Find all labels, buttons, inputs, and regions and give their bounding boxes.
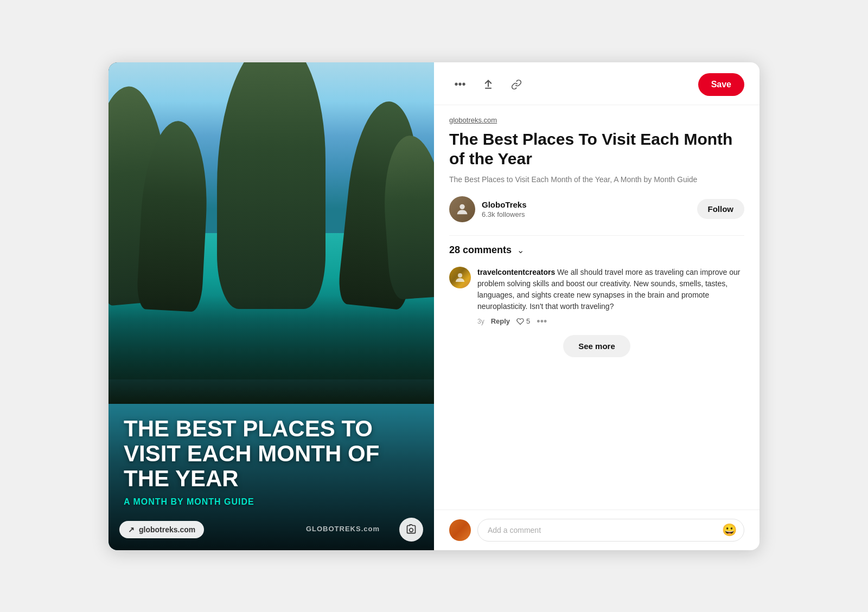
save-button[interactable]: Save	[698, 73, 744, 96]
pin-overlay-title: THE BEST PLACES TO VISIT EACH MONTH OF T…	[124, 416, 419, 492]
header-actions: •••	[449, 74, 527, 95]
comment-content: travelcontentcreators We all should trav…	[477, 267, 744, 326]
author-info: GloboTreks 6.3k followers	[449, 196, 527, 222]
avatar	[449, 196, 475, 222]
comment-more-button[interactable]: •••	[537, 317, 547, 326]
user-icon	[455, 202, 470, 217]
comment-author-name[interactable]: travelcontentcreators	[477, 268, 555, 276]
current-user-avatar	[449, 519, 471, 541]
copy-link-button[interactable]	[506, 74, 527, 95]
image-panel: THE BEST PLACES TO VISIT EACH MONTH OF T…	[108, 62, 434, 550]
more-options-button[interactable]: •••	[449, 74, 471, 95]
camera-icon	[406, 524, 417, 535]
comment-item: travelcontentcreators We all should trav…	[449, 267, 744, 326]
commenter-avatar-image	[449, 267, 471, 288]
svg-point-1	[459, 204, 464, 209]
author-name[interactable]: GloboTreks	[482, 200, 527, 209]
info-header: ••• Save	[434, 62, 760, 105]
comment-time: 3y	[477, 318, 484, 325]
like-button[interactable]: 5	[516, 317, 530, 325]
comment-input-wrap: 😀	[477, 519, 744, 542]
comments-header[interactable]: 28 comments ⌄	[449, 244, 744, 256]
pin-bottom-bar: ↗ globotreks.com GLOBOTREKS.com	[119, 518, 423, 542]
source-link[interactable]: globotreks.com	[449, 116, 744, 124]
visual-search-button[interactable]	[399, 518, 423, 542]
heart-icon	[516, 318, 524, 325]
upload-icon	[483, 79, 494, 90]
add-comment-row: 😀	[434, 510, 760, 550]
source-pill[interactable]: ↗ globotreks.com	[119, 521, 204, 538]
svg-point-0	[410, 528, 413, 532]
pin-modal: THE BEST PLACES TO VISIT EACH MONTH OF T…	[108, 62, 760, 550]
avatar-image	[449, 196, 475, 222]
comment-input[interactable]	[477, 519, 744, 542]
like-count: 5	[526, 317, 530, 325]
link-icon	[511, 79, 522, 90]
rock-bottom	[108, 295, 434, 404]
source-pill-label: globotreks.com	[139, 525, 195, 534]
comment-text: travelcontentcreators We all should trav…	[477, 267, 744, 312]
pin-description: The Best Places to Visit Each Month of t…	[449, 174, 744, 185]
comment-actions: 3y Reply 5 •••	[477, 317, 744, 326]
reply-button[interactable]: Reply	[491, 317, 510, 325]
external-link-icon: ↗	[128, 525, 135, 534]
emoji-icon: 😀	[722, 523, 737, 537]
chevron-down-icon: ⌄	[517, 245, 524, 255]
info-panel: ••• Save globotreks.com	[434, 62, 760, 550]
rock-center	[217, 62, 326, 309]
author-followers: 6.3k followers	[482, 210, 527, 218]
share-button[interactable]	[477, 74, 499, 95]
watermark: GLOBOTREKS.com	[306, 525, 380, 533]
info-body: globotreks.com The Best Places To Visit …	[434, 105, 760, 510]
see-more-button[interactable]: See more	[563, 335, 630, 357]
comments-count: 28 comments	[449, 244, 512, 256]
more-dots-icon: •••	[454, 78, 465, 91]
commenter-avatar	[449, 267, 471, 288]
pin-overlay-subtitle: A MONTH BY MONTH GUIDE	[124, 497, 419, 507]
commenter-user-icon	[454, 271, 467, 284]
author-row: GloboTreks 6.3k followers Follow	[449, 196, 744, 222]
follow-button[interactable]: Follow	[697, 199, 745, 219]
emoji-button[interactable]: 😀	[722, 524, 737, 536]
comments-section: 28 comments ⌄	[449, 235, 744, 357]
pin-title: The Best Places To Visit Each Month of t…	[449, 130, 744, 169]
author-details: GloboTreks 6.3k followers	[482, 200, 527, 218]
svg-point-2	[458, 273, 462, 278]
